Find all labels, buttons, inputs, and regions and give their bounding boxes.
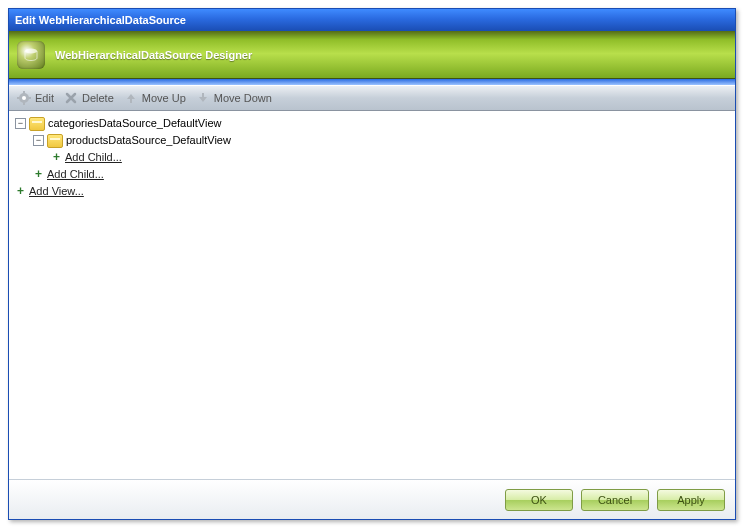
move-down-label: Move Down bbox=[214, 92, 272, 104]
data-source-tree: − categoriesDataSource_DefaultView − pro… bbox=[13, 115, 735, 200]
tree-node-add-view[interactable]: + Add View... bbox=[15, 183, 735, 200]
gear-icon bbox=[17, 91, 31, 105]
datasource-banner-icon bbox=[17, 41, 45, 69]
arrow-down-icon bbox=[196, 91, 210, 105]
add-child-link[interactable]: Add Child... bbox=[47, 166, 104, 183]
designer-banner: WebHierarchicalDataSource Designer bbox=[9, 31, 735, 79]
cancel-button[interactable]: Cancel bbox=[581, 489, 649, 511]
datasource-icon bbox=[29, 117, 45, 131]
plus-icon: + bbox=[15, 186, 26, 197]
tree-node-add-child[interactable]: + Add Child... bbox=[33, 166, 735, 183]
plus-icon: + bbox=[51, 152, 62, 163]
title-text: Edit WebHierarchicalDataSource bbox=[15, 14, 186, 26]
add-child-link[interactable]: Add Child... bbox=[65, 149, 122, 166]
apply-button[interactable]: Apply bbox=[657, 489, 725, 511]
svg-point-2 bbox=[22, 96, 26, 100]
edit-button[interactable]: Edit bbox=[17, 91, 54, 105]
tree-node-products[interactable]: − productsDataSource_DefaultView + Add C… bbox=[33, 132, 735, 166]
dialog-footer: OK Cancel Apply bbox=[9, 479, 735, 519]
arrow-up-icon bbox=[124, 91, 138, 105]
move-up-label: Move Up bbox=[142, 92, 186, 104]
delete-button[interactable]: Delete bbox=[64, 91, 114, 105]
move-up-button[interactable]: Move Up bbox=[124, 91, 186, 105]
move-down-button[interactable]: Move Down bbox=[196, 91, 272, 105]
title-bar[interactable]: Edit WebHierarchicalDataSource bbox=[9, 9, 735, 31]
node-label: productsDataSource_DefaultView bbox=[66, 132, 231, 149]
dialog-window: Edit WebHierarchicalDataSource WebHierar… bbox=[8, 8, 736, 520]
expander-minus-icon[interactable]: − bbox=[33, 135, 44, 146]
add-view-link[interactable]: Add View... bbox=[29, 183, 84, 200]
tree-panel: − categoriesDataSource_DefaultView − pro… bbox=[9, 111, 735, 479]
delete-label: Delete bbox=[82, 92, 114, 104]
ok-button[interactable]: OK bbox=[505, 489, 573, 511]
banner-title: WebHierarchicalDataSource Designer bbox=[55, 49, 252, 61]
plus-icon: + bbox=[33, 169, 44, 180]
tree-node-add-child[interactable]: + Add Child... bbox=[51, 149, 735, 166]
toolbar: Edit Delete Move Up Move Down bbox=[9, 85, 735, 111]
svg-point-0 bbox=[25, 48, 37, 53]
delete-x-icon bbox=[64, 91, 78, 105]
datasource-icon bbox=[47, 134, 63, 148]
expander-minus-icon[interactable]: − bbox=[15, 118, 26, 129]
edit-label: Edit bbox=[35, 92, 54, 104]
tree-node-categories[interactable]: − categoriesDataSource_DefaultView − pro… bbox=[15, 115, 735, 183]
node-label: categoriesDataSource_DefaultView bbox=[48, 115, 221, 132]
